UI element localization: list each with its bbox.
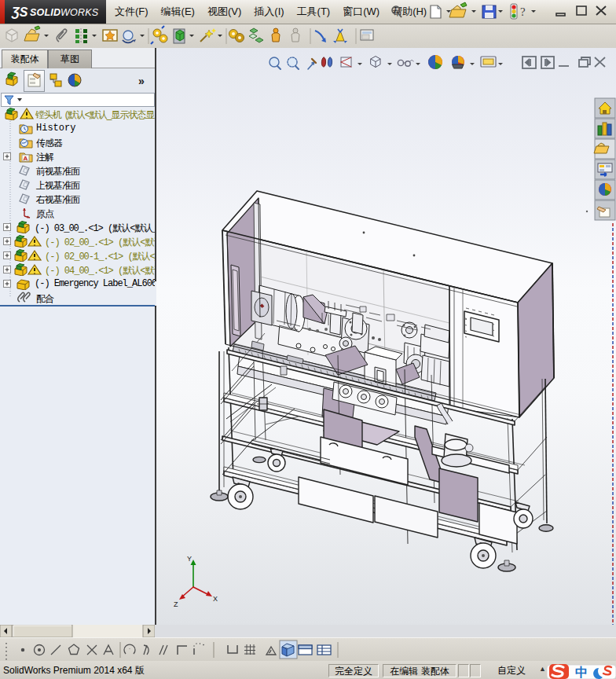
svg-text:A: A [24,155,28,162]
svg-text:X: X [213,595,218,603]
svg-text:WORKS: WORKS [60,7,99,18]
svg-text:ƷS: ƷS [11,6,28,19]
svg-text:»: » [138,75,145,87]
svg-text:中: 中 [575,666,588,679]
svg-text:Z: Z [174,600,178,608]
svg-text:SOLID: SOLID [30,7,60,18]
svg-text:Y: Y [187,555,192,563]
svg-text:?: ? [520,6,526,18]
